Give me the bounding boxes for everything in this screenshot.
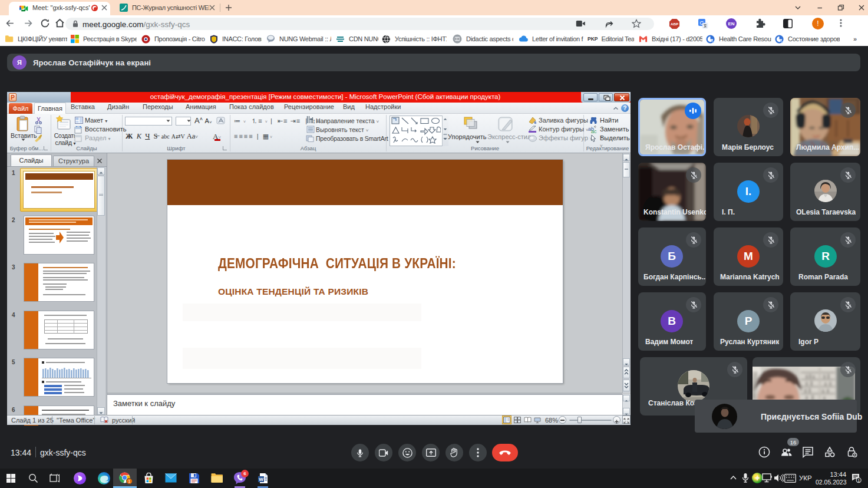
svg-text:1: 1	[857, 478, 860, 483]
svg-text:W: W	[259, 477, 263, 482]
svg-text:ABP: ABP	[671, 22, 678, 26]
svg-text:ac: ac	[591, 128, 597, 134]
